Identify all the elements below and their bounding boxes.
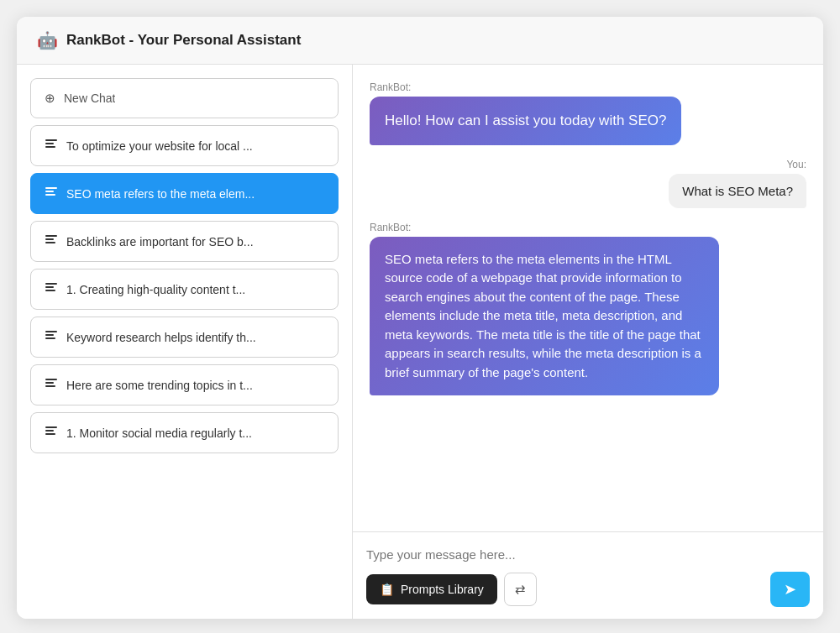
header-bot-icon: 🤖	[37, 30, 58, 50]
svg-rect-17	[45, 385, 55, 387]
message-label: You:	[669, 159, 806, 170]
sidebar-item-text: 1. Monitor social media regularly t...	[66, 426, 252, 440]
message-bubble: What is SEO Meta?	[669, 174, 806, 208]
svg-rect-11	[45, 290, 55, 291]
chat-area: RankBot:Hello! How can I assist you toda…	[353, 65, 823, 619]
chat-sidebar: ⊕New ChatTo optimize your website for lo…	[17, 65, 353, 619]
send-button[interactable]: ➤	[770, 572, 810, 607]
app-header: 🤖 RankBot - Your Personal Assistant	[17, 17, 823, 65]
sidebar-item-chat-5[interactable]: Keyword research helps identify th...	[30, 316, 339, 358]
message-bot: RankBot:SEO meta refers to the meta elem…	[370, 222, 719, 396]
prompts-library-icon: 📋	[380, 583, 394, 596]
sidebar-item-icon: ⊕	[45, 91, 55, 106]
message-user: You:What is SEO Meta?	[669, 159, 806, 208]
sidebar-item-icon	[45, 329, 58, 345]
sidebar-item-icon	[45, 425, 58, 441]
svg-rect-16	[45, 382, 54, 384]
sidebar-item-text: Keyword research helps identify th...	[66, 331, 256, 344]
svg-rect-20	[45, 433, 55, 435]
svg-rect-4	[45, 191, 54, 192]
message-bot: RankBot:Hello! How can I assist you toda…	[370, 81, 681, 145]
svg-rect-1	[45, 143, 54, 144]
sidebar-item-text: Backlinks are important for SEO b...	[66, 235, 254, 248]
svg-rect-12	[45, 331, 57, 332]
sidebar-item-chat-1[interactable]: To optimize your website for local ...	[30, 125, 339, 166]
prompts-library-button[interactable]: 📋 Prompts Library	[366, 574, 497, 604]
sidebar-item-text: Here are some trending topics in t...	[66, 379, 253, 392]
sidebar-item-icon	[45, 186, 58, 201]
sidebar-item-chat-2[interactable]: SEO meta refers to the meta elem...	[30, 173, 339, 214]
sidebar-item-text: New Chat	[64, 92, 115, 105]
svg-rect-14	[45, 337, 55, 339]
svg-rect-3	[45, 187, 57, 189]
app-title: RankBot - Your Personal Assistant	[66, 32, 301, 49]
sidebar-item-text: 1. Creating high-quality content t...	[66, 283, 245, 296]
sidebar-item-text: To optimize your website for local ...	[66, 139, 253, 153]
sidebar-item-new-chat[interactable]: ⊕New Chat	[30, 78, 339, 118]
sidebar-item-text: SEO meta refers to the meta elem...	[66, 187, 255, 201]
svg-rect-13	[45, 334, 54, 336]
app-container: 🤖 RankBot - Your Personal Assistant ⊕New…	[17, 17, 823, 619]
svg-rect-15	[45, 379, 57, 380]
svg-rect-18	[45, 426, 57, 428]
svg-rect-6	[45, 235, 57, 237]
svg-rect-19	[45, 430, 54, 432]
svg-rect-7	[45, 238, 54, 240]
svg-rect-5	[45, 194, 55, 196]
message-input[interactable]	[366, 544, 810, 572]
send-icon: ➤	[784, 581, 796, 598]
message-label: RankBot:	[370, 222, 719, 233]
content-area: ⊕New ChatTo optimize your website for lo…	[17, 65, 823, 619]
sidebar-item-icon	[45, 138, 58, 154]
sidebar-item-chat-7[interactable]: 1. Monitor social media regularly t...	[30, 412, 339, 453]
sidebar-item-chat-6[interactable]: Here are some trending topics in t...	[30, 364, 339, 405]
message-bubble: SEO meta refers to the meta elements in …	[370, 237, 719, 396]
refresh-button[interactable]: ⇄	[504, 573, 537, 606]
chat-messages: RankBot:Hello! How can I assist you toda…	[353, 65, 823, 531]
sidebar-item-icon	[45, 281, 58, 297]
svg-rect-0	[45, 139, 57, 141]
sidebar-item-icon	[45, 377, 58, 393]
svg-rect-9	[45, 283, 57, 285]
svg-rect-10	[45, 286, 54, 288]
sidebar-item-chat-3[interactable]: Backlinks are important for SEO b...	[30, 221, 339, 262]
input-actions: 📋 Prompts Library ⇄ ➤	[366, 572, 810, 607]
sidebar-item-icon	[45, 233, 58, 249]
input-area: 📋 Prompts Library ⇄ ➤	[353, 531, 823, 619]
sidebar-item-chat-4[interactable]: 1. Creating high-quality content t...	[30, 269, 339, 310]
refresh-icon: ⇄	[515, 582, 526, 596]
message-label: RankBot:	[370, 81, 681, 93]
svg-rect-2	[45, 146, 55, 148]
prompts-library-label: Prompts Library	[401, 583, 484, 596]
svg-rect-8	[45, 242, 55, 243]
message-bubble: Hello! How can I assist you today with S…	[370, 97, 681, 145]
